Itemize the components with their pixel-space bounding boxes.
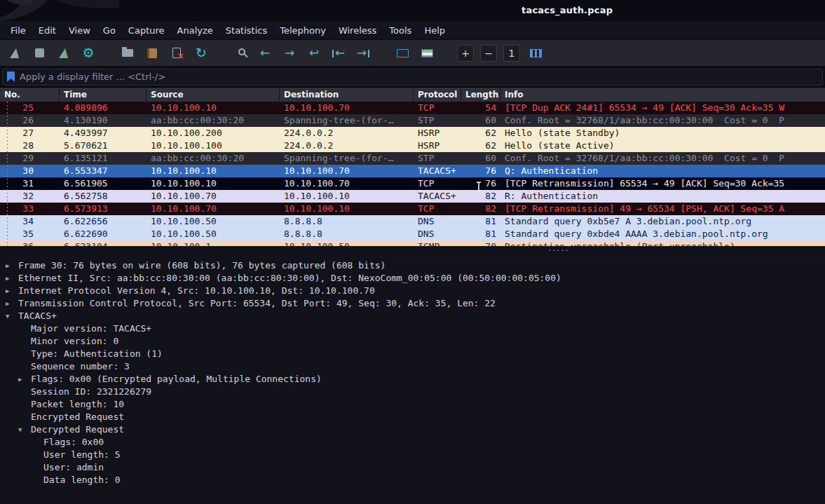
column-header-length[interactable]: Length [461,88,500,102]
packet-row[interactable]: 34 6.622656 10.10.100.50 8.8.8.8 DNS 81 … [0,215,825,228]
menu-item[interactable]: Telephony [273,22,332,39]
restart-capture-button[interactable] [55,44,73,62]
packet-row[interactable]: 31 6.561905 10.10.100.10 10.10.100.70 TC… [0,177,825,190]
packet-row[interactable]: 35 6.622690 10.10.100.50 8.8.8.8 DNS 81 … [0,228,825,240]
packet-row[interactable]: 29 6.135121 aa:bb:cc:00:30:20 Spanning-t… [0,152,825,165]
expand-arrow-icon[interactable] [18,348,31,360]
detail-line[interactable]: Packet length: 10 [0,398,825,411]
expand-arrow-icon[interactable] [18,360,31,373]
packet-row[interactable]: 33 6.573913 10.10.100.70 10.10.100.10 TC… [0,203,825,215]
packet-info: Conf. Root = 32768/1/aa:bb:cc:00:30:00 C… [500,152,825,165]
expand-arrow-icon[interactable] [18,386,31,398]
expand-arrow-icon[interactable] [31,461,43,474]
go-forward-button[interactable]: → [280,44,299,62]
go-first-packet-button[interactable]: ← [329,44,348,62]
detail-line[interactable]: ▶ Flags: 0x00 (Encrypted payload, Multip… [0,373,825,386]
detail-line[interactable]: ▶ Ethernet II, Src: aa:bb:cc:80:30:00 (a… [0,272,825,285]
detail-line[interactable]: Major version: TACACS+ [0,322,825,335]
expand-arrow-icon[interactable]: ▼ [6,310,18,322]
filter-bookmark-icon[interactable] [7,71,15,82]
expand-arrow-icon[interactable]: ▼ [18,423,31,436]
colorize-packets-button[interactable] [418,44,436,62]
zoom-out-button[interactable]: − [480,45,497,62]
packet-row[interactable]: 27 4.493997 10.10.100.200 224.0.0.2 HSRP… [0,127,825,139]
pane-splitter[interactable]: ····· [0,246,825,256]
go-back-button[interactable]: ← [256,44,274,62]
expand-arrow-icon[interactable]: ▶ [6,259,18,272]
packet-row[interactable]: 25 4.089896 10.10.100.10 10.10.100.70 TC… [0,102,825,114]
menu-item[interactable]: Analyze [171,22,219,39]
detail-line[interactable]: Encrypted Request [0,411,825,423]
detail-line[interactable]: ▼ TACACS+ [0,310,825,322]
reload-capture-file-button[interactable]: ↻ [192,44,210,62]
menu-item[interactable]: Help [418,22,451,39]
packet-source: 10.10.100.200 [146,127,280,139]
display-filter-box[interactable] [2,69,823,86]
column-header-source[interactable]: Source [146,88,280,102]
close-capture-file-button[interactable] [168,44,186,62]
detail-text: Major version: TACACS+ [31,322,151,335]
detail-line[interactable]: ▶ Internet Protocol Version 4, Src: 10.1… [0,285,825,297]
menu-item[interactable]: File [4,22,32,39]
detail-line[interactable]: Data length: 0 [0,474,825,486]
detail-line[interactable]: Type: Authentication (1) [0,348,825,360]
go-to-packet-button[interactable]: ↩ [305,44,323,62]
expand-arrow-icon[interactable] [18,411,31,423]
expand-arrow-icon[interactable] [31,436,43,449]
packet-row[interactable]: 28 5.670621 10.10.100.100 224.0.0.2 HSRP… [0,139,825,152]
column-header-info[interactable]: Info [500,88,825,102]
expand-arrow-icon[interactable]: ▶ [6,297,18,310]
titlebar[interactable]: tacacs_auth.pcap [0,0,825,21]
detail-line[interactable]: Minor version: 0 [0,335,825,348]
find-packet-button[interactable] [231,44,250,62]
packet-row[interactable]: 30 6.553347 10.10.100.10 10.10.100.70 TA… [0,165,825,177]
menu-item[interactable]: Edit [32,22,62,39]
menu-item[interactable]: View [62,22,97,39]
menu-item[interactable]: Statistics [219,22,273,39]
expand-arrow-icon[interactable] [18,322,31,335]
zoom-in-button[interactable]: + [457,45,474,62]
expand-arrow-icon[interactable]: ▶ [6,272,18,285]
detail-line[interactable]: Session ID: 2321226279 [0,386,825,398]
column-header-destination[interactable]: Destination [280,88,414,102]
stop-capture-button[interactable] [30,44,48,62]
packet-info: R: Authentication [500,190,825,203]
packet-list: No. Time Source Destination Protocol Len… [0,88,825,246]
save-capture-file-button[interactable] [143,44,161,62]
detail-line[interactable]: ▼ Decrypted Request [0,423,825,436]
detail-line[interactable]: User: admin [0,461,825,474]
display-filter-input[interactable] [20,71,818,82]
expand-arrow-icon[interactable] [31,474,43,486]
expand-arrow-icon[interactable] [18,398,31,411]
open-capture-file-button[interactable] [118,44,137,62]
capture-options-button[interactable]: ⚙ [79,44,97,62]
detail-line[interactable]: ▶ Transmission Control Protocol, Src Por… [0,297,825,310]
detail-line[interactable]: ▶ Frame 30: 76 bytes on wire (608 bits),… [0,259,825,272]
detail-text: Ethernet II, Src: aa:bb:cc:80:30:00 (aa:… [18,272,561,285]
zoom-normal-button[interactable]: 1 [503,45,520,62]
detail-line[interactable]: Flags: 0x00 [0,436,825,449]
column-header-protocol[interactable]: Protocol [414,88,461,102]
packet-row[interactable]: 36 6.623104 10.10.100.1 10.10.100.50 ICM… [0,240,825,246]
menu-item[interactable]: Tools [383,22,418,39]
menu-item[interactable]: Go [97,22,122,39]
column-header-time[interactable]: Time [60,88,146,102]
column-header-no[interactable]: No. [0,88,60,102]
expand-arrow-icon[interactable]: ▶ [18,373,31,386]
expand-arrow-icon[interactable] [31,449,43,461]
resize-columns-button[interactable] [526,44,545,62]
menu-item[interactable]: Wireless [332,22,383,39]
packet-protocol: ICMP [414,240,461,246]
auto-scroll-button[interactable] [393,44,411,62]
go-last-packet-button[interactable]: → [354,44,372,62]
menu-item[interactable]: Capture [122,22,171,39]
packet-protocol: DNS [414,228,461,240]
packet-no: 28 [0,139,60,152]
detail-line[interactable]: User length: 5 [0,449,825,461]
expand-arrow-icon[interactable]: ▶ [6,285,18,297]
start-capture-button[interactable] [6,44,24,62]
detail-line[interactable]: Sequence number: 3 [0,360,825,373]
packet-row[interactable]: 26 4.130190 aa:bb:cc:00:30:20 Spanning-t… [0,114,825,127]
expand-arrow-icon[interactable] [18,335,31,348]
packet-row[interactable]: 32 6.562758 10.10.100.70 10.10.100.10 TA… [0,190,825,203]
